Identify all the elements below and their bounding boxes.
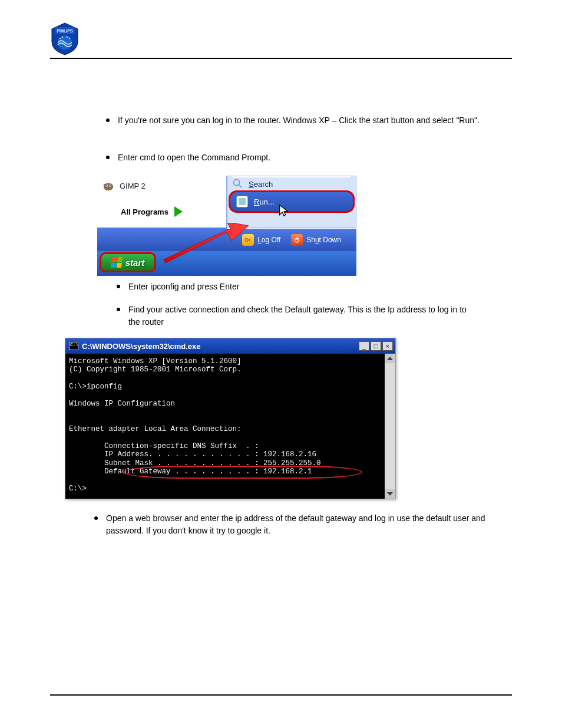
svg-point-14	[245, 239, 248, 242]
run-menu-item[interactable]: Run...	[229, 190, 355, 213]
start-menu-screenshot: GIMP 2 All Programs Search Run...	[97, 176, 356, 276]
start-button[interactable]: start	[100, 252, 156, 272]
cmd-window-screenshot: C:\WINDOWS\system32\cmd.exe _ □ × Micros…	[65, 338, 396, 499]
run-icon	[236, 196, 248, 207]
page-header: PHILIPS	[50, 0, 512, 59]
bullet-text: Enter cmd to open the Command Prompt.	[118, 151, 512, 164]
minimize-button[interactable]: _	[359, 341, 369, 351]
close-button[interactable]: ×	[382, 341, 393, 351]
bullet-row: Enter cmd to open the Command Prompt.	[106, 151, 512, 164]
cmd-icon	[69, 342, 78, 350]
bullet-dot-icon	[117, 285, 120, 288]
bullet-dot-icon	[106, 118, 110, 122]
logoff-label: Log Off	[257, 236, 280, 244]
svg-point-12	[234, 180, 240, 186]
scroll-up-button[interactable]	[385, 354, 395, 363]
logoff-icon	[242, 234, 254, 246]
logoff-button[interactable]: Log Off	[242, 234, 280, 246]
chevron-right-icon	[174, 206, 183, 217]
start-footer-left	[97, 228, 227, 251]
cmd-title: C:\WINDOWS\system32\cmd.exe	[82, 342, 201, 351]
bullet-row: Open a web browser and enter the ip addr…	[94, 512, 507, 537]
svg-point-3	[59, 38, 61, 39]
search-menu-item[interactable]: Search	[232, 176, 351, 190]
bullet-text: Open a web browser and enter the ip addr…	[106, 512, 507, 537]
run-label: Run...	[254, 197, 275, 206]
windows-flag-icon	[110, 257, 123, 268]
bullet-dot-icon	[94, 516, 98, 520]
svg-point-4	[69, 38, 70, 39]
svg-line-13	[239, 185, 242, 188]
bullet-row: Enter ipconfig and press Enter	[117, 281, 512, 293]
svg-point-11	[110, 185, 111, 186]
start-footer-right: Log Off Shut Down	[227, 229, 356, 251]
svg-point-7	[104, 183, 114, 190]
shutdown-label: Shut Down	[306, 236, 341, 244]
search-icon	[232, 178, 244, 190]
shutdown-button[interactable]: Shut Down	[291, 234, 341, 246]
svg-text:PHILIPS: PHILIPS	[57, 29, 73, 33]
shutdown-icon	[291, 234, 303, 246]
scroll-down-button[interactable]	[385, 489, 395, 499]
bullet-text: If you're not sure you can log in to the…	[118, 114, 483, 127]
bullet-dot-icon	[106, 156, 110, 159]
start-item-gimp[interactable]: GIMP 2	[102, 179, 146, 192]
bullet-text: Find your active connection and check th…	[128, 304, 470, 328]
cmd-titlebar[interactable]: C:\WINDOWS\system32\cmd.exe _ □ ×	[65, 338, 395, 354]
maximize-button[interactable]: □	[371, 341, 381, 351]
start-item-label: GIMP 2	[120, 182, 146, 190]
all-programs-button[interactable]: All Programs	[121, 206, 183, 217]
start-left-panel: GIMP 2 All Programs	[97, 176, 227, 228]
svg-point-5	[62, 37, 63, 38]
svg-point-6	[67, 37, 68, 38]
start-right-panel: Search Run...	[227, 176, 356, 228]
cmd-output: Microsoft Windows XP [Version 5.1.2600] …	[69, 357, 321, 493]
search-label: Search	[249, 180, 273, 189]
bullet-dot-icon	[117, 308, 120, 311]
svg-point-10	[106, 185, 107, 186]
bullet-row: If you're not sure you can log in to the…	[106, 114, 483, 127]
bullet-row: Find your active connection and check th…	[117, 304, 470, 328]
all-programs-label: All Programs	[121, 207, 168, 216]
cmd-terminal-body[interactable]: Microsoft Windows XP [Version 5.1.2600] …	[65, 354, 395, 499]
page-footer-rule	[50, 694, 512, 696]
gimp-icon	[102, 179, 115, 192]
bullet-text: Enter ipconfig and press Enter	[128, 281, 512, 293]
cursor-icon	[277, 204, 290, 217]
philips-logo: PHILIPS	[50, 22, 80, 55]
start-label: start	[125, 258, 145, 268]
